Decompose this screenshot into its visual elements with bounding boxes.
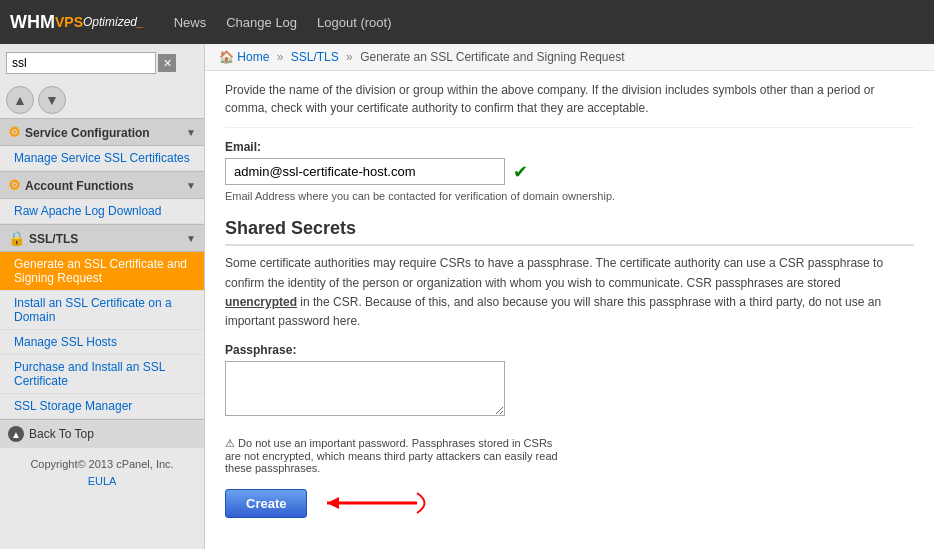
- search-container: ✕: [0, 44, 204, 82]
- sidebar: ✕ ▲ ▼ ⚙Service Configuration ▼ Manage Se…: [0, 44, 205, 549]
- shared-secrets-title: Shared Secrets: [225, 218, 914, 246]
- logo-vps: VPS: [55, 14, 83, 30]
- sidebar-item-generate-ssl[interactable]: Generate an SSL Certificate and Signing …: [0, 252, 204, 291]
- search-clear-button[interactable]: ✕: [158, 54, 176, 72]
- email-field[interactable]: [225, 158, 505, 185]
- back-to-top-icon: ▲: [8, 426, 24, 442]
- lock-icon: 🔒: [8, 230, 25, 246]
- passphrase-warning: ⚠ Do not use an important password. Pass…: [225, 437, 565, 474]
- nav-down-arrow[interactable]: ▼: [38, 86, 66, 114]
- nav-changelog[interactable]: Change Log: [226, 15, 297, 30]
- logo: WHM VPS Optimized_: [10, 12, 144, 33]
- copyright: Copyright© 2013 cPanel, Inc. EULA: [0, 448, 204, 497]
- logo-optimized: Optimized_: [83, 15, 144, 29]
- arrow-container: [317, 488, 437, 518]
- section-ssl-tls[interactable]: 🔒SSL/TLS ▼: [0, 224, 204, 252]
- section-account-functions[interactable]: ⚙Account Functions ▼: [0, 171, 204, 199]
- breadcrumb-home[interactable]: Home: [237, 50, 269, 64]
- breadcrumb: 🏠 Home » SSL/TLS » Generate an SSL Certi…: [205, 44, 934, 71]
- passphrase-label: Passphrase:: [225, 343, 914, 357]
- sidebar-item-raw-apache[interactable]: Raw Apache Log Download: [0, 199, 204, 224]
- shared-secrets-description: Some certificate authorities may require…: [225, 254, 914, 331]
- main-content: 🏠 Home » SSL/TLS » Generate an SSL Certi…: [205, 44, 934, 549]
- button-area: Create: [225, 488, 914, 518]
- email-valid-icon: ✔: [513, 161, 528, 183]
- breadcrumb-ssl-tls[interactable]: SSL/TLS: [291, 50, 339, 64]
- sidebar-item-purchase-ssl[interactable]: Purchase and Install an SSL Certificate: [0, 355, 204, 394]
- eula-link[interactable]: EULA: [88, 475, 117, 487]
- passphrase-input[interactable]: [225, 361, 505, 416]
- nav-logout[interactable]: Logout (root): [317, 15, 391, 30]
- email-hint: Email Address where you can be contacted…: [225, 189, 914, 204]
- email-form-group: Email: ✔ Email Address where you can be …: [225, 140, 914, 204]
- red-arrow-svg: [317, 488, 437, 518]
- nav-up-arrow[interactable]: ▲: [6, 86, 34, 114]
- back-to-top[interactable]: ▲ Back To Top: [0, 419, 204, 448]
- content-area: Provide the name of the division or grou…: [205, 71, 934, 538]
- account-gear-icon: ⚙: [8, 177, 21, 193]
- intro-text: Provide the name of the division or grou…: [225, 81, 914, 128]
- email-input-row: ✔: [225, 158, 914, 185]
- svg-marker-1: [327, 497, 339, 509]
- section-service-configuration[interactable]: ⚙Service Configuration ▼: [0, 118, 204, 146]
- passphrase-form-group: Passphrase:: [225, 343, 914, 425]
- sidebar-item-install-ssl[interactable]: Install an SSL Certificate on a Domain: [0, 291, 204, 330]
- chevron-icon: ▼: [186, 127, 196, 138]
- main-layout: ✕ ▲ ▼ ⚙Service Configuration ▼ Manage Se…: [0, 44, 934, 549]
- top-navigation: WHM VPS Optimized_ News Change Log Logou…: [0, 0, 934, 44]
- sidebar-item-manage-ssl-certs[interactable]: Manage Service SSL Certificates: [0, 146, 204, 171]
- sidebar-item-manage-hosts[interactable]: Manage SSL Hosts: [0, 330, 204, 355]
- nav-arrows: ▲ ▼: [0, 82, 204, 118]
- gear-icon: ⚙: [8, 124, 21, 140]
- breadcrumb-current: Generate an SSL Certificate and Signing …: [360, 50, 624, 64]
- chevron-icon-2: ▼: [186, 180, 196, 191]
- search-input[interactable]: [6, 52, 156, 74]
- chevron-icon-3: ▼: [186, 233, 196, 244]
- logo-whm: WHM: [10, 12, 55, 33]
- email-label: Email:: [225, 140, 914, 154]
- create-button[interactable]: Create: [225, 489, 307, 518]
- nav-news[interactable]: News: [174, 15, 207, 30]
- sidebar-item-ssl-storage[interactable]: SSL Storage Manager: [0, 394, 204, 419]
